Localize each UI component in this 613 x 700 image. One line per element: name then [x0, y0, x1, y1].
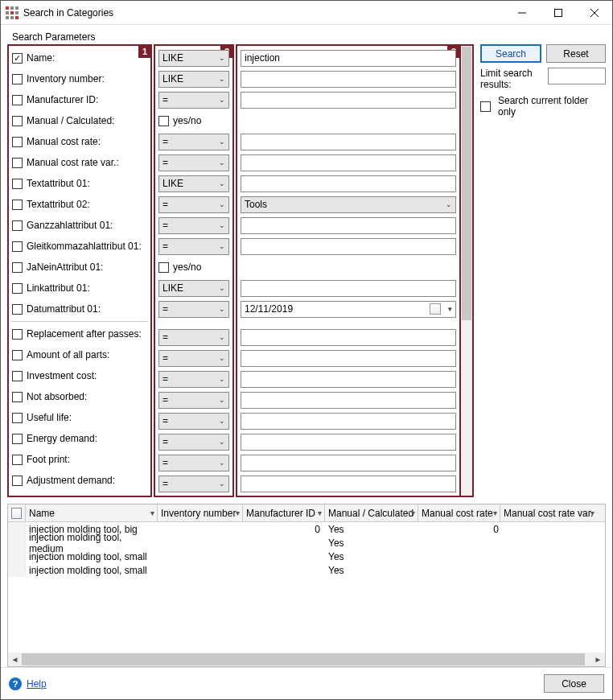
reset-button[interactable]: Reset	[546, 44, 606, 63]
yesno-checkbox[interactable]	[158, 262, 169, 273]
param-checkbox[interactable]	[12, 158, 23, 168]
col-manual-calculated[interactable]: Manual / Calculated▾	[325, 504, 418, 521]
param-checkbox[interactable]	[12, 95, 23, 105]
value-input[interactable]	[241, 134, 456, 150]
param-checkbox[interactable]	[12, 179, 23, 189]
operator-cell: =⌄	[157, 473, 231, 494]
operator-select[interactable]: =⌄	[158, 413, 229, 430]
operator-select[interactable]: =⌄	[158, 196, 229, 213]
operator-select[interactable]: =⌄	[158, 329, 229, 346]
param-checkbox[interactable]	[12, 283, 23, 294]
operator-select[interactable]: =⌄	[158, 371, 229, 388]
operator-select[interactable]: =⌄	[158, 154, 229, 171]
close-button[interactable]: Close	[544, 674, 604, 693]
value-input[interactable]	[241, 329, 456, 346]
filter-icon[interactable]: ▾	[318, 509, 322, 517]
table-row[interactable]: injection molding tool, mediumYes	[8, 536, 605, 550]
filter-icon[interactable]: ▾	[411, 509, 415, 517]
close-window-button[interactable]	[576, 1, 612, 24]
value-cell	[239, 257, 458, 278]
param-checkbox[interactable]	[12, 241, 23, 252]
filter-icon[interactable]: ▾	[236, 509, 240, 517]
value-input[interactable]	[241, 476, 456, 492]
value-input[interactable]	[241, 455, 456, 471]
chevron-down-icon: ⌄	[219, 159, 225, 167]
param-checkbox[interactable]	[12, 137, 23, 147]
col-inventory-number[interactable]: Inventory number▾	[158, 504, 243, 521]
search-current-folder-checkbox[interactable]	[480, 101, 491, 112]
col-manufacturer-id[interactable]: Manufacturer ID▾	[243, 504, 325, 521]
operator-select[interactable]: =⌄	[158, 134, 229, 150]
operator-cell: =⌄	[157, 389, 231, 410]
search-button[interactable]: Search	[480, 44, 541, 63]
value-input[interactable]	[241, 238, 456, 255]
value-input[interactable]	[241, 175, 456, 192]
value-input[interactable]	[241, 217, 456, 234]
operator-select[interactable]: LIKE⌄	[158, 50, 229, 67]
filter-icon[interactable]: ▾	[150, 509, 154, 517]
value-cell	[239, 452, 458, 473]
filter-icon[interactable]: ▾	[590, 509, 594, 517]
param-checkbox[interactable]	[12, 220, 23, 231]
value-input[interactable]	[241, 71, 456, 88]
param-checkbox[interactable]	[12, 392, 23, 402]
param-checkbox[interactable]	[12, 413, 23, 423]
yesno-checkbox[interactable]	[158, 116, 169, 126]
limit-results-input[interactable]	[548, 68, 606, 84]
grid-corner[interactable]	[8, 504, 26, 521]
value-input[interactable]	[241, 434, 456, 451]
operator-select[interactable]: =⌄	[158, 301, 229, 318]
param-checkbox[interactable]	[12, 74, 23, 84]
grid-h-scrollbar[interactable]: ◄ ►	[8, 653, 605, 666]
table-row[interactable]: injection molding tool, smallYes	[8, 563, 605, 577]
value-input[interactable]	[241, 413, 456, 430]
operator-select[interactable]: LIKE⌄	[158, 71, 229, 88]
help-link[interactable]: Help	[27, 678, 47, 690]
param-checkbox[interactable]	[12, 200, 23, 210]
operator-select[interactable]: LIKE⌄	[158, 175, 229, 192]
operator-select[interactable]: =⌄	[158, 455, 229, 471]
value-input[interactable]	[241, 154, 456, 171]
value-select[interactable]: Tools⌄	[241, 196, 456, 213]
h-scrollbar-thumb[interactable]	[22, 653, 585, 665]
maximize-button[interactable]	[540, 1, 576, 24]
minimize-button[interactable]	[504, 1, 540, 24]
params-scrollbar[interactable]	[461, 44, 474, 497]
operator-select[interactable]: =⌄	[158, 476, 229, 492]
param-checkbox[interactable]	[12, 434, 23, 444]
param-checkbox[interactable]	[12, 455, 23, 465]
calendar-icon[interactable]	[430, 303, 441, 315]
operator-select[interactable]: =⌄	[158, 434, 229, 451]
value-input[interactable]	[241, 280, 456, 297]
param-checkbox[interactable]	[12, 53, 23, 64]
value-input[interactable]: injection	[241, 50, 456, 67]
param-checkbox[interactable]	[12, 476, 23, 486]
value-input[interactable]	[241, 92, 456, 109]
param-checkbox[interactable]	[12, 304, 23, 315]
param-label: Textattribut 01:	[27, 178, 90, 189]
col-manual-cost-rate-var[interactable]: Manual cost rate var.▾	[500, 504, 597, 521]
value-input[interactable]	[241, 371, 456, 388]
param-checkbox[interactable]	[12, 116, 23, 126]
value-input[interactable]	[241, 392, 456, 409]
param-checkbox[interactable]	[12, 329, 23, 340]
scroll-left-icon[interactable]: ◄	[8, 653, 22, 666]
param-checkbox[interactable]	[12, 350, 23, 360]
param-label: Ganzzahlattribut 01:	[27, 220, 113, 231]
filter-icon[interactable]: ▾	[493, 509, 497, 517]
value-input[interactable]	[241, 350, 456, 367]
operator-select[interactable]: =⌄	[158, 350, 229, 367]
scroll-right-icon[interactable]: ►	[591, 653, 605, 666]
param-checkbox[interactable]	[12, 371, 23, 381]
table-row[interactable]: injection molding tool, smallYes	[8, 550, 605, 563]
operator-select[interactable]: =⌄	[158, 92, 229, 109]
operator-select[interactable]: =⌄	[158, 217, 229, 234]
operator-select[interactable]: =⌄	[158, 238, 229, 255]
operator-select[interactable]: LIKE⌄	[158, 280, 229, 297]
col-name[interactable]: Name▾	[26, 504, 158, 521]
scrollbar-thumb[interactable]	[462, 47, 471, 320]
col-manual-cost-rate[interactable]: Manual cost rate▾	[418, 504, 500, 521]
param-checkbox[interactable]	[12, 262, 23, 273]
value-date-input[interactable]: 12/11/2019▾	[241, 301, 456, 318]
operator-select[interactable]: =⌄	[158, 392, 229, 409]
